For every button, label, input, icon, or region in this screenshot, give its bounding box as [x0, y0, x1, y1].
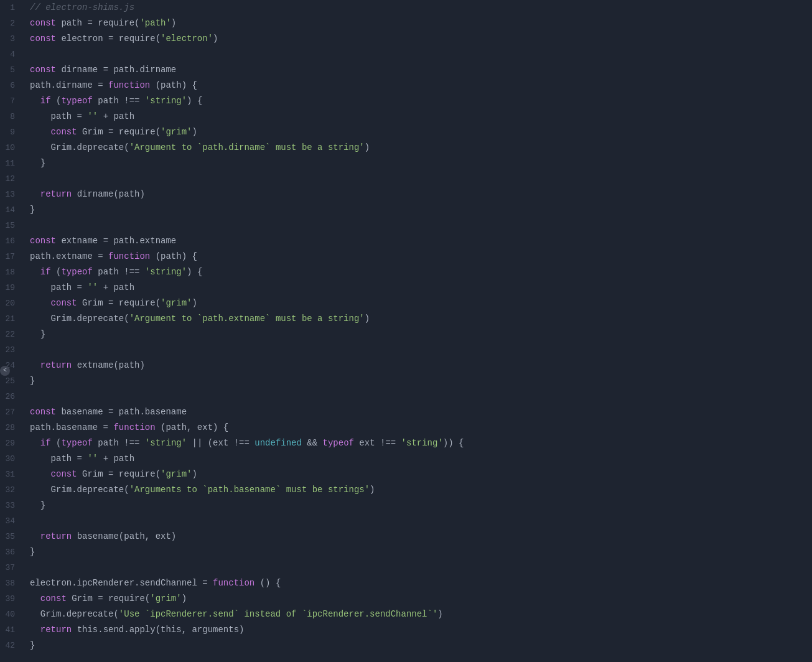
- line-content: }: [25, 156, 812, 170]
- code-line: 5const dirname = path.dirname: [0, 62, 812, 78]
- token: ): [182, 594, 187, 604]
- line-content: const Grim = require('grim'): [25, 467, 812, 482]
- code-line: 25}: [0, 373, 812, 389]
- line-content: path = '' + path: [25, 451, 812, 466]
- code-line: 41 return this.send.apply(this, argument…: [0, 622, 812, 638]
- token: path =: [30, 282, 87, 292]
- token: ext !==: [354, 438, 401, 448]
- line-content: }: [25, 638, 812, 653]
- token: const: [40, 594, 67, 604]
- code-line: 7 if (typeof path !== 'string') {: [0, 93, 812, 109]
- token: () {: [254, 578, 281, 588]
- line-number: 28: [0, 421, 25, 436]
- token: 'string': [145, 438, 187, 448]
- token: 'Arguments to `path.basename` must be st…: [129, 485, 370, 495]
- token: const: [51, 469, 77, 479]
- token: return: [40, 189, 72, 199]
- token: const: [30, 65, 56, 75]
- token: if: [40, 438, 51, 448]
- token: 'string': [145, 96, 187, 106]
- code-line: 30 path = '' + path: [0, 451, 812, 467]
- token: (: [51, 96, 62, 106]
- token: (: [51, 267, 62, 277]
- line-content: }: [25, 544, 812, 559]
- token: 'Use `ipcRenderer.send` instead of `ipcR…: [119, 609, 437, 619]
- code-line: 40 Grim.deprecate('Use `ipcRenderer.send…: [0, 607, 812, 622]
- line-number: 13: [0, 187, 25, 202]
- token: 'Argument to `path.dirname` must be a st…: [129, 142, 365, 152]
- token: ): [192, 469, 197, 479]
- code-line: 42}: [0, 638, 812, 653]
- token: Grim = require(: [77, 469, 161, 479]
- code-line: 2const path = require('path'): [0, 16, 812, 31]
- token: '': [87, 111, 98, 121]
- line-number: 17: [0, 249, 25, 264]
- token: ): [365, 314, 370, 324]
- line-content: path.dirname = function (path) {: [25, 78, 812, 93]
- line-content: Grim.deprecate('Argument to `path.dirnam…: [25, 140, 812, 155]
- code-line: 37: [0, 560, 812, 576]
- line-content: }: [25, 202, 812, 217]
- token: function: [113, 422, 155, 432]
- token: + path: [98, 454, 134, 464]
- line-number: 9: [0, 125, 25, 140]
- token: [30, 96, 40, 106]
- token: ): [365, 142, 370, 152]
- token: return: [40, 531, 72, 541]
- token: (path, ext) {: [156, 422, 229, 432]
- collapse-icon: <: [3, 363, 7, 378]
- line-number: 41: [0, 623, 25, 638]
- line-number: 36: [0, 545, 25, 560]
- token: &&: [302, 438, 323, 448]
- line-content: const path = require('path'): [25, 16, 812, 30]
- code-line: 35 return basename(path, ext): [0, 529, 812, 544]
- line-content: const basename = path.basename: [25, 404, 812, 419]
- token: path !==: [93, 267, 145, 277]
- token: function: [108, 251, 150, 261]
- token: [30, 298, 51, 308]
- line-content: path.extname = function (path) {: [25, 249, 812, 264]
- token: electron.ipcRenderer.sendChannel =: [30, 578, 213, 588]
- token: path.dirname =: [30, 80, 108, 90]
- token: [30, 469, 51, 479]
- token: const: [51, 127, 77, 137]
- code-line: 11 }: [0, 156, 812, 171]
- code-line: 29 if (typeof path !== 'string' || (ext …: [0, 436, 812, 451]
- code-line: 10 Grim.deprecate('Argument to `path.dir…: [0, 140, 812, 156]
- line-content: Grim.deprecate('Use `ipcRenderer.send` i…: [25, 607, 812, 622]
- line-number: 8: [0, 110, 25, 124]
- line-number: 5: [0, 63, 25, 78]
- line-content: Grim.deprecate('Arguments to `path.basen…: [25, 482, 812, 497]
- line-number: 22: [0, 327, 25, 342]
- token: + path: [98, 111, 134, 121]
- code-line: 12: [0, 171, 812, 187]
- token: ): [437, 609, 442, 619]
- code-line: 36}: [0, 544, 812, 560]
- token: path !==: [93, 96, 145, 106]
- code-line: 32 Grim.deprecate('Arguments to `path.ba…: [0, 482, 812, 498]
- line-content: [25, 560, 812, 575]
- token: undefined: [254, 438, 302, 448]
- token: Grim.deprecate(: [30, 142, 129, 152]
- collapse-button[interactable]: <: [0, 366, 10, 376]
- line-number: 23: [0, 343, 25, 358]
- token: }: [30, 158, 45, 168]
- line-content: if (typeof path !== 'string' || (ext !==…: [25, 436, 812, 450]
- token: 'grim': [161, 469, 192, 479]
- token: }: [30, 329, 45, 339]
- line-content: [25, 513, 812, 528]
- token: Grim = require(: [77, 127, 161, 137]
- token: Grim.deprecate(: [30, 485, 129, 495]
- code-line: 3const electron = require('electron'): [0, 31, 812, 47]
- token: }: [30, 547, 35, 557]
- code-line: 31 const Grim = require('grim'): [0, 467, 812, 482]
- code-line: 19 path = '' + path: [0, 280, 812, 296]
- token: basename(path, ext): [72, 531, 176, 541]
- line-number: 37: [0, 561, 25, 576]
- token: extname = path.extname: [56, 236, 176, 246]
- line-number: 33: [0, 498, 25, 513]
- line-number: 2: [0, 16, 25, 31]
- line-content: return basename(path, ext): [25, 529, 812, 544]
- token: (: [51, 438, 62, 448]
- line-content: const Grim = require('grim'): [25, 591, 812, 606]
